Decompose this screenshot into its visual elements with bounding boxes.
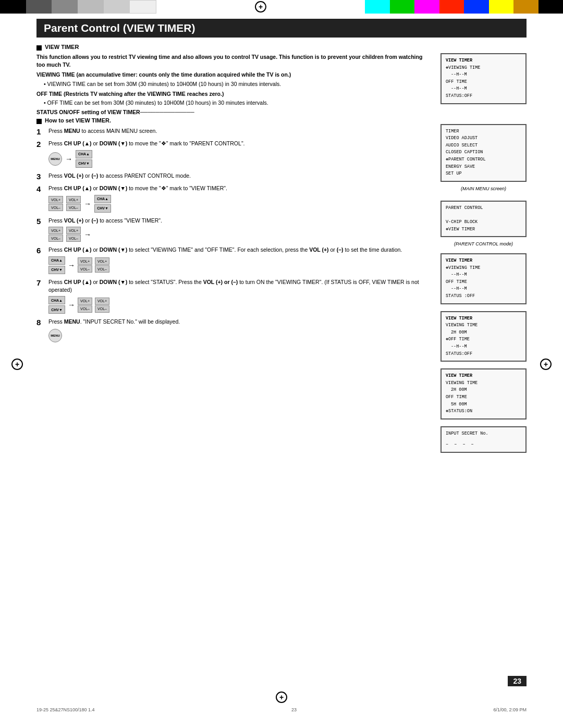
step4-text: Press CH UP (▲) or DOWN (▼) to move the … xyxy=(48,184,432,192)
step5-block: 5 Press VOL (+) or (–) to access "VIEW T… xyxy=(36,217,432,242)
step8-text: Press MENU. "INPUT SECRET No." will be d… xyxy=(48,318,432,326)
ch-buttons-step7: CHA▲ CHV▼ xyxy=(48,296,65,314)
ch-buttons-step4: CHA▲ CHV▼ xyxy=(94,195,111,213)
vol-buttons-step6b: VOL+ VOL– xyxy=(95,257,109,273)
vol-buttons-step7b: VOL+ VOL– xyxy=(95,298,109,313)
step1-block: 1 Press MENU to access MAIN MENU screen. xyxy=(36,127,432,136)
bottom-crosshair: + xyxy=(276,692,287,703)
section-heading-text: VIEW TIMER xyxy=(45,44,79,50)
step3-num: 3 xyxy=(36,172,46,181)
step2-text: Press CH UP (▲) or DOWN (▼) to move the … xyxy=(48,140,432,147)
top-color-bars: + xyxy=(0,0,563,14)
bullet2: • OFF TIME can be set from 30M (30 minut… xyxy=(36,99,432,107)
footer-center: 23 xyxy=(291,707,297,712)
step5-text: Press VOL (+) or (–) to access "VIEW TIM… xyxy=(48,217,432,225)
left-crosshair: + xyxy=(11,359,23,370)
footer-right: 6/1/00, 2:09 PM xyxy=(493,707,527,712)
top-crosshair: + xyxy=(255,1,266,13)
right-crosshair: + xyxy=(540,359,552,370)
screen-input-secret: INPUT SECRET No. – – – – xyxy=(440,426,527,453)
step8-block: 8 Press MENU. "INPUT SECRET No." will be… xyxy=(36,318,432,342)
vol-buttons2-step4: VOL+ VOL– xyxy=(66,196,81,211)
step7-text: Press CH UP (▲) or DOWN (▼) to select "S… xyxy=(48,278,432,293)
step2-block: 2 Press CH UP (▲) or DOWN (▼) to move th… xyxy=(36,140,432,168)
section-view-timer: VIEW TIMER xyxy=(36,44,527,51)
step5-num: 5 xyxy=(36,217,46,226)
screen-view-timer-4: VIEW TIMER VIEWING TIME 2H 00M OFF TIME … xyxy=(440,368,527,419)
step8-num: 8 xyxy=(36,318,46,327)
para3: OFF TIME (Restricts TV watching after th… xyxy=(36,90,432,98)
screen-main-menu: TIMER VIDEO ADJUST AUDIO SELECT CLOSED C… xyxy=(440,124,527,182)
step2-num: 2 xyxy=(36,140,46,149)
ch-buttons-step6: CHA▲ CHV▼ xyxy=(48,256,65,274)
step3-text: Press VOL (+) or (–) to access PARENT CO… xyxy=(48,172,191,180)
vol-buttons-step5b: VOL+ VOL– xyxy=(66,227,81,242)
page-number-box: 23 xyxy=(508,676,527,686)
step3-block: 3 Press VOL (+) or (–) to access PARENT … xyxy=(36,172,432,181)
vol-buttons-step5a: VOL+ VOL– xyxy=(48,227,63,242)
screen-parent-control: PARENT CONTROL V-CHIP BLOCK ❖VIEW TIMER xyxy=(440,201,527,237)
screen-view-timer-1: VIEW TIMER ❖VIEWING TIME --H--M OFF TIME… xyxy=(440,53,527,104)
vol-buttons-step6a: VOL+ VOL– xyxy=(78,257,92,273)
screen-parent-control-label: (PARENT CONTROL mode) xyxy=(440,241,527,246)
step7-block: 7 Press CH UP (▲) or DOWN (▼) to select … xyxy=(36,278,432,314)
bullet1: • VIEWING TIME can be set from 30M (30 m… xyxy=(36,80,432,88)
vol-buttons-step4: VOL+ VOL– xyxy=(48,196,63,211)
footer-left: 19-25 25&27NS100/180 1.4 xyxy=(36,707,95,712)
step6-block: 6 Press CH UP (▲) or DOWN (▼) to select … xyxy=(36,246,432,274)
how-to-heading: How to set VIEW TIMER. xyxy=(36,117,432,124)
screen-main-menu-label: (MAIN MENU screen) xyxy=(440,186,527,191)
step1-text: Press MENU to access MAIN MENU screen. xyxy=(48,127,157,135)
step4-num: 4 xyxy=(36,184,46,193)
footer: 19-25 25&27NS100/180 1.4 23 6/1/00, 2:09… xyxy=(36,707,527,712)
intro-para1: This function allows you to restrict TV … xyxy=(36,53,432,68)
step6-num: 6 xyxy=(36,246,46,255)
step1-num: 1 xyxy=(36,127,46,136)
page-title: Parent Control (VIEW TIMER) xyxy=(36,19,527,38)
step4-block: 4 Press CH UP (▲) or DOWN (▼) to move th… xyxy=(36,184,432,213)
para4: STATUS ON/OFF setting of VIEW TIMER─────… xyxy=(36,109,432,115)
menu-button-step2: MENU xyxy=(48,152,62,166)
ch-buttons-step2: CHA▲ CHV▼ xyxy=(76,150,92,168)
intro-para2: VIEWING TIME (an accumulative timer: cou… xyxy=(36,71,432,79)
step6-text: Press CH UP (▲) or DOWN (▼) to select "V… xyxy=(48,246,432,254)
screen-view-timer-3: VIEW TIMER VIEWING TIME 2H 00M ❖OFF TIME… xyxy=(440,311,527,362)
menu-button-step8: MENU xyxy=(48,329,62,342)
screen-view-timer-2: VIEW TIMER ❖VIEWING TIME --H--M OFF TIME… xyxy=(440,253,527,304)
vol-buttons-step7a: VOL+ VOL– xyxy=(78,298,92,313)
step7-num: 7 xyxy=(36,278,46,287)
